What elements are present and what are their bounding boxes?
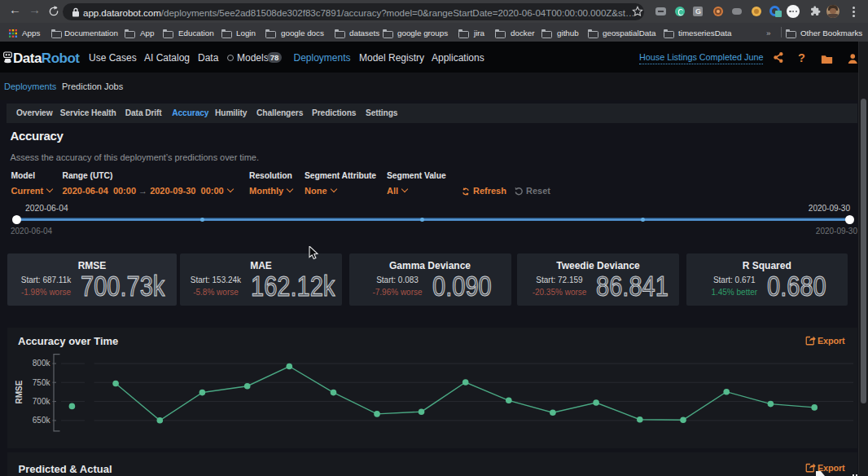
svg-text:700k: 700k <box>33 397 51 406</box>
svg-text:RMSE: RMSE <box>15 380 24 403</box>
svg-text:800k: 800k <box>33 359 51 368</box>
svg-text:650k: 650k <box>33 416 51 425</box>
svg-text:750k: 750k <box>33 378 51 387</box>
